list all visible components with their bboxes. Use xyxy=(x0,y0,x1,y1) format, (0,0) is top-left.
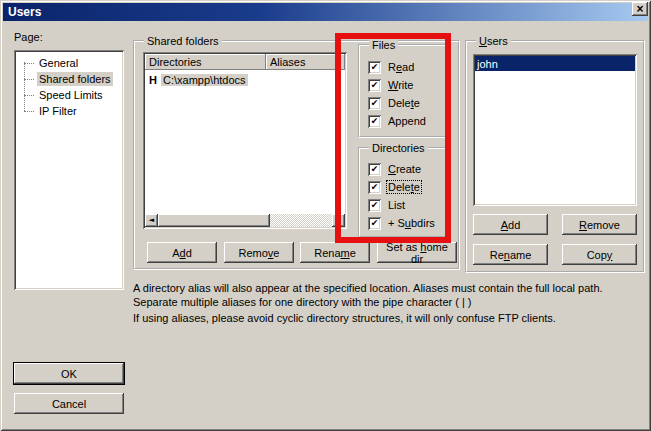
page-label: Page: xyxy=(14,31,43,43)
close-button[interactable]: × xyxy=(632,2,648,16)
set-as-home-dir-button[interactable]: Set as home dir xyxy=(377,242,457,263)
title-bar[interactable]: Users xyxy=(3,3,648,21)
listview-header: Directories Aliases xyxy=(145,54,345,70)
highlight-annotation-rectangle xyxy=(335,33,451,243)
listview-body: H C:\xampp\htdocs xyxy=(145,70,345,214)
column-header-aliases[interactable]: Aliases xyxy=(266,54,345,70)
column-header-directories[interactable]: Directories xyxy=(145,54,266,70)
scrollbar-thumb[interactable] xyxy=(158,214,270,227)
remove-directory-button[interactable]: Remove xyxy=(224,242,294,263)
tree-item-general[interactable]: General xyxy=(16,55,122,71)
directory-row[interactable]: H C:\xampp\htdocs xyxy=(145,72,345,88)
add-directory-button[interactable]: Add xyxy=(147,242,217,263)
ok-button[interactable]: OK xyxy=(14,363,124,384)
directory-path: C:\xampp\htdocs xyxy=(161,74,248,86)
shared-folders-group-title: Shared folders xyxy=(144,35,222,47)
users-listbox[interactable]: john xyxy=(473,54,637,206)
user-row-john[interactable]: john xyxy=(475,56,635,71)
directories-listview: Directories Aliases H C:\xampp\htdocs ◄ … xyxy=(143,52,347,229)
rename-user-button[interactable]: Rename xyxy=(473,244,548,265)
rename-directory-button[interactable]: Rename xyxy=(300,242,370,263)
add-user-button[interactable]: Add xyxy=(473,214,548,235)
cyclic-help-text: If using aliases, please avoid cyclic di… xyxy=(133,311,648,325)
cancel-button[interactable]: Cancel xyxy=(14,393,124,414)
scroll-left-button[interactable]: ◄ xyxy=(145,214,158,227)
page-tree-inner: General Shared folders Speed Limits IP F… xyxy=(16,52,122,288)
page-tree: General Shared folders Speed Limits IP F… xyxy=(14,50,124,290)
close-icon: × xyxy=(636,4,643,14)
window-title: Users xyxy=(8,5,41,19)
horizontal-scrollbar[interactable]: ◄ ► xyxy=(145,214,345,227)
users-group-title: Users xyxy=(476,35,511,47)
tree-branch-icon xyxy=(24,111,34,112)
tree-item-ip-filter[interactable]: IP Filter xyxy=(16,103,122,119)
tree-branch-icon xyxy=(24,95,34,96)
copy-user-button[interactable]: Copy xyxy=(562,244,637,265)
alias-help-text: A directory alias will also appear at th… xyxy=(133,281,648,309)
remove-user-button[interactable]: Remove xyxy=(562,214,637,235)
scroll-left-arrow-icon: ◄ xyxy=(149,217,154,224)
home-directory-flag: H xyxy=(149,74,161,86)
tree-item-shared-folders[interactable]: Shared folders xyxy=(16,71,122,87)
scrollbar-track[interactable] xyxy=(270,214,332,227)
users-dialog: Users × Page: General Shared folders Spe… xyxy=(0,0,651,431)
tree-branch-icon xyxy=(24,63,34,64)
tree-item-speed-limits[interactable]: Speed Limits xyxy=(16,87,122,103)
tree-branch-icon xyxy=(24,79,34,80)
